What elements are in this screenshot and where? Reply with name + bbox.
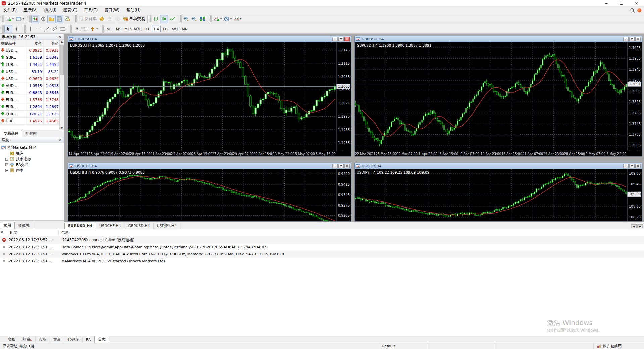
menu-item-4[interactable]: 工具(T) — [81, 6, 101, 14]
close-icon[interactable]: × — [344, 164, 350, 168]
market-watch-row[interactable]: EUR...1.44511.4453 — [0, 61, 59, 68]
arrows-button[interactable]: ▾ — [89, 25, 99, 33]
timeframe-m30[interactable]: M30 — [133, 26, 142, 32]
cursor-button[interactable] — [4, 25, 12, 33]
chevron-down-icon[interactable]: ▾ — [96, 27, 98, 30]
timeframe-m5[interactable]: M5 — [114, 26, 123, 32]
chevron-down-icon[interactable]: ▾ — [230, 17, 232, 20]
navigator-item-EA交易[interactable]: +EA交易 — [1, 162, 64, 168]
minimize-icon[interactable]: − — [332, 37, 338, 41]
tile-windows-button[interactable] — [198, 15, 206, 23]
crosshair-button[interactable] — [12, 25, 20, 33]
fibonacci-button[interactable] — [59, 25, 67, 33]
restore-icon[interactable] — [629, 164, 635, 168]
market-watch-scrollbar[interactable]: ▲▼ — [59, 40, 64, 130]
strategy-tester-button[interactable] — [63, 15, 71, 23]
close-icon[interactable]: × — [635, 37, 641, 41]
navigator-item-账户[interactable]: 账户 — [1, 150, 64, 156]
hline-button[interactable] — [35, 25, 43, 33]
minimize-icon[interactable]: − — [599, 0, 614, 6]
chevron-down-icon[interactable]: ▾ — [220, 17, 222, 20]
periods-button[interactable]: ▾ — [223, 15, 233, 23]
market-watch-row[interactable]: EUR...1.37361.3748 — [0, 96, 59, 103]
market-watch-row[interactable]: EUR...1.28941.2897 — [0, 103, 59, 111]
timeframe-m15[interactable]: M15 — [124, 26, 133, 32]
notification-badge-icon[interactable] — [637, 8, 641, 12]
bar-chart-button[interactable] — [152, 15, 160, 23]
navigator-item-技术指标[interactable]: +f技术指标 — [1, 156, 64, 162]
navigator-item-脚本[interactable]: +脚本 — [1, 168, 64, 173]
log-row[interactable]: 2022.08.12 17:33:52....'2145742208': con… — [0, 236, 644, 244]
market-watch-row[interactable]: EUR...0.88430.8846 — [0, 89, 59, 96]
chart-tab-EURUSD,H4[interactable]: EURUSD,H4 — [64, 223, 96, 229]
indicators-button[interactable]: ▾ — [212, 15, 223, 23]
search-icon[interactable] — [630, 8, 635, 13]
close-icon[interactable]: × — [635, 164, 641, 168]
zoom-out-button[interactable] — [190, 15, 198, 23]
tab-收藏夹[interactable]: 收藏夹 — [15, 222, 33, 229]
timeframe-h1[interactable]: H1 — [143, 26, 151, 32]
market-watch-row[interactable]: GBP...1.45751.4585 — [0, 118, 59, 125]
news-button[interactable] — [114, 15, 122, 23]
chart-tab-USDJPY,H4[interactable]: USDJPY,H4 — [154, 223, 181, 229]
tabs-scroll-right-icon[interactable]: ▶ — [637, 224, 643, 228]
menu-item-2[interactable]: 插入(I) — [41, 6, 60, 14]
new-order-button[interactable]: 新订单 — [78, 15, 98, 23]
timeframe-mn[interactable]: MN — [180, 26, 189, 32]
chart-window-titlebar[interactable]: USDCHF,H4−× — [68, 163, 351, 169]
chart-window-titlebar[interactable]: USDJPY,H4−× — [355, 163, 642, 169]
market-watch-row[interactable]: EUR...120.21120.25 — [0, 111, 59, 118]
chart-window-titlebar[interactable]: GBPUSD,H4−× — [355, 36, 642, 42]
terminal-tab-代码库[interactable]: 代码库 — [64, 336, 83, 343]
trendline-button[interactable] — [43, 25, 51, 33]
menu-item-3[interactable]: 图表(C) — [60, 6, 81, 14]
col-symbol[interactable]: 交易品种 — [0, 40, 26, 47]
tab-常用[interactable]: 常用 — [0, 222, 15, 229]
data-window-button[interactable] — [39, 15, 47, 23]
status-profile[interactable]: Default — [379, 343, 429, 349]
zoom-in-button[interactable] — [182, 15, 190, 23]
close-icon[interactable]: × — [344, 37, 350, 41]
market-watch-row[interactable]: GBP...1.63391.6342 — [0, 54, 59, 61]
expand-icon[interactable]: + — [5, 163, 8, 166]
candlestick-button[interactable] — [160, 15, 168, 23]
usdjpy-chart-canvas[interactable]: 109.85109.45109.05108.65108.25109.09USDJ… — [355, 169, 642, 221]
channel-button[interactable] — [51, 25, 59, 33]
minimize-icon[interactable]: − — [623, 37, 629, 41]
terminal-tab-文章[interactable]: 文章 — [50, 336, 64, 343]
log-row[interactable]: 2022.08.12 17:33:51....Data Folder: C:\U… — [0, 244, 644, 251]
close-icon[interactable]: × — [629, 0, 644, 6]
chat-button[interactable] — [106, 15, 114, 23]
new-chart-button[interactable]: ▾ — [4, 15, 15, 23]
terminal-tab-邮箱[interactable]: 邮箱6 — [19, 336, 36, 343]
expand-icon[interactable]: + — [5, 169, 8, 172]
usdchf-chart-canvas[interactable]: 0.94900.94150.93450.92750.9205USDCHF,H4 … — [68, 169, 351, 221]
autotrading-button[interactable]: 自动交易 — [122, 15, 146, 23]
menu-item-0[interactable]: 文件(F) — [0, 6, 20, 14]
navigator-root[interactable]: M4Markets MT4 — [1, 145, 64, 150]
market-watch-row[interactable]: AUD...1.05151.0518 — [0, 82, 59, 89]
expand-icon[interactable]: + — [5, 158, 8, 161]
timeframe-d1[interactable]: D1 — [161, 26, 170, 32]
terminal-button[interactable] — [55, 15, 63, 23]
restore-icon[interactable] — [338, 164, 344, 168]
tab-即时图[interactable]: 即时图 — [22, 130, 40, 137]
chart-tab-USDCHF,H4[interactable]: USDCHF,H4 — [96, 223, 125, 229]
menu-item-5[interactable]: 窗口(W) — [101, 6, 123, 14]
label-button[interactable]: T — [81, 25, 89, 33]
terminal-tab-市场[interactable]: 市场 — [36, 336, 50, 343]
terminal-tab-EA[interactable]: EA — [83, 337, 94, 343]
templates-button[interactable]: ▾ — [233, 15, 242, 23]
tab-交易品种[interactable]: 交易品种 — [0, 130, 22, 137]
navigator-button[interactable]: ★ — [47, 15, 55, 23]
timeframe-w1[interactable]: W1 — [171, 26, 180, 32]
terminal-tab-警报[interactable]: 警报 — [5, 336, 19, 343]
profiles-button[interactable]: ▾ — [15, 15, 25, 23]
eurusd-chart-canvas[interactable]: 1.21451.21151.20851.20551.20251.19951.19… — [68, 42, 351, 156]
metaeditor-button[interactable]: e — [98, 15, 106, 23]
market-watch-row[interactable]: USD...0.89210.8925 — [0, 47, 59, 54]
timeframe-h4[interactable]: H4 — [152, 26, 161, 32]
chevron-down-icon[interactable]: ▾ — [23, 17, 24, 20]
text-button[interactable]: A — [73, 25, 81, 33]
close-icon[interactable]: × — [57, 138, 62, 142]
